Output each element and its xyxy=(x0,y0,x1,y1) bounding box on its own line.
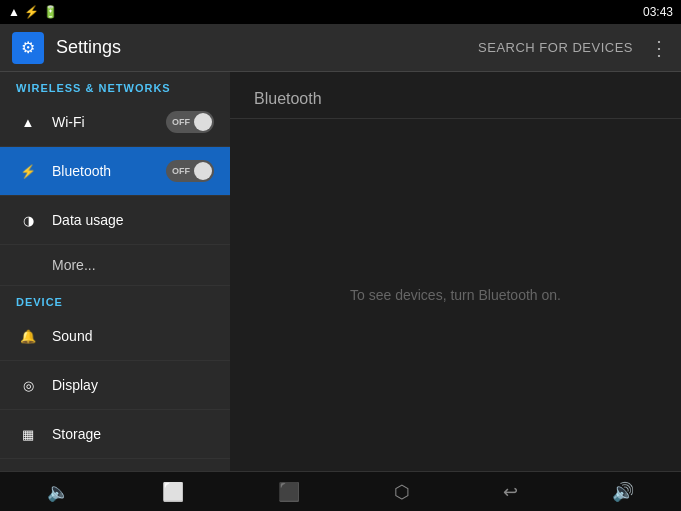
data-usage-label: Data usage xyxy=(52,212,214,228)
section-device: DEVICE xyxy=(0,286,230,312)
status-bar: ▲ ⚡ 🔋 03:43 xyxy=(0,0,681,24)
content-area: Bluetooth To see devices, turn Bluetooth… xyxy=(230,72,681,471)
status-icons-left: ▲ ⚡ 🔋 xyxy=(8,5,58,19)
nav-recents-button[interactable]: ⬜ xyxy=(146,477,200,507)
main-layout: WIRELESS & NETWORKS Wi-Fi OFF Bluetooth … xyxy=(0,72,681,471)
sound-label: Sound xyxy=(52,328,214,344)
nav-volume-up-button[interactable]: 🔊 xyxy=(596,477,650,507)
bluetooth-label: Bluetooth xyxy=(52,163,166,179)
time-display: 03:43 xyxy=(643,5,673,19)
bluetooth-status-icon: ⚡ xyxy=(24,5,39,19)
page-title: Settings xyxy=(56,37,478,58)
title-bar: ⚙ Settings SEARCH FOR DEVICES ⋮ xyxy=(0,24,681,72)
nav-rotate-button[interactable]: ⬛ xyxy=(262,477,316,507)
nav-volume-down-button[interactable]: 🔈 xyxy=(31,477,85,507)
nav-home-button[interactable]: ⬡ xyxy=(378,477,426,507)
sidebar-item-wifi[interactable]: Wi-Fi OFF xyxy=(0,98,230,147)
storage-icon xyxy=(16,422,40,446)
sound-icon xyxy=(16,324,40,348)
status-right: 03:43 xyxy=(643,5,673,19)
section-wireless-networks: WIRELESS & NETWORKS xyxy=(0,72,230,98)
sidebar-item-data-usage[interactable]: Data usage xyxy=(0,196,230,245)
wifi-status-icon: ▲ xyxy=(8,5,20,19)
nav-back-button[interactable]: ↩ xyxy=(487,477,534,507)
bluetooth-hint: To see devices, turn Bluetooth on. xyxy=(350,287,561,303)
data-usage-icon xyxy=(16,208,40,232)
content-title: Bluetooth xyxy=(230,72,681,119)
sidebar-item-storage[interactable]: Storage xyxy=(0,410,230,459)
sidebar: WIRELESS & NETWORKS Wi-Fi OFF Bluetooth … xyxy=(0,72,230,471)
sidebar-item-display[interactable]: Display xyxy=(0,361,230,410)
bottom-nav: 🔈 ⬜ ⬛ ⬡ ↩ 🔊 xyxy=(0,471,681,511)
wifi-icon xyxy=(16,110,40,134)
storage-label: Storage xyxy=(52,426,214,442)
sidebar-item-battery[interactable]: Battery xyxy=(0,459,230,471)
battery-status-icon: 🔋 xyxy=(43,5,58,19)
sidebar-item-bluetooth[interactable]: Bluetooth OFF xyxy=(0,147,230,196)
display-label: Display xyxy=(52,377,214,393)
sidebar-item-more[interactable]: More... xyxy=(0,245,230,286)
wifi-toggle[interactable]: OFF xyxy=(166,111,214,133)
wifi-toggle-thumb xyxy=(194,113,212,131)
content-body: To see devices, turn Bluetooth on. xyxy=(230,119,681,471)
bluetooth-icon xyxy=(16,159,40,183)
bluetooth-toggle-thumb xyxy=(194,162,212,180)
overflow-menu-button[interactable]: ⋮ xyxy=(649,36,669,60)
bluetooth-toggle[interactable]: OFF xyxy=(166,160,214,182)
wifi-label: Wi-Fi xyxy=(52,114,166,130)
sidebar-item-sound[interactable]: Sound xyxy=(0,312,230,361)
display-icon xyxy=(16,373,40,397)
app-icon: ⚙ xyxy=(12,32,44,64)
search-devices-button[interactable]: SEARCH FOR DEVICES xyxy=(478,40,633,55)
